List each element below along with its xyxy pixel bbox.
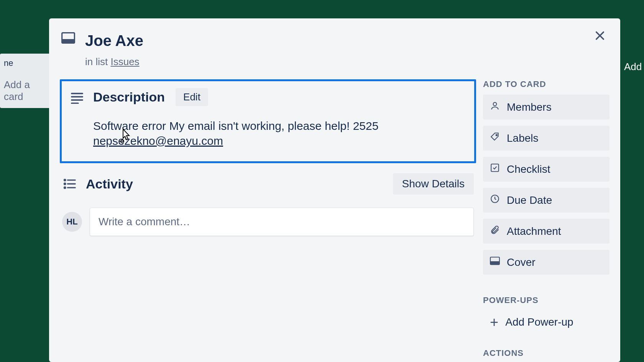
edit-description-button[interactable]: Edit	[176, 88, 208, 106]
due-date-button[interactable]: Due Date	[483, 188, 610, 213]
description-section: Description Edit Software error My email…	[60, 79, 476, 163]
tag-icon	[490, 132, 500, 144]
bg-add-list[interactable]: Add	[621, 54, 644, 80]
cover-label: Cover	[507, 256, 536, 269]
cover-icon	[490, 256, 500, 269]
svg-point-9	[64, 179, 66, 180]
activity-icon	[62, 177, 77, 190]
clock-icon	[490, 194, 500, 206]
checklist-button[interactable]: Checklist	[483, 157, 610, 182]
svg-point-11	[64, 183, 66, 184]
description-heading: Description	[93, 90, 165, 105]
labels-label: Labels	[507, 132, 539, 144]
attachment-button[interactable]: Attachment	[483, 219, 610, 244]
members-button[interactable]: Members	[483, 95, 610, 120]
members-label: Members	[507, 101, 552, 113]
powerups-heading: POWER-UPS	[483, 295, 610, 305]
plus-icon: +	[490, 318, 498, 327]
activity-section: Activity Show Details HL Write a comment…	[60, 173, 476, 236]
labels-button[interactable]: Labels	[483, 126, 610, 151]
card-icon	[61, 32, 75, 45]
description-text[interactable]: Software error My email isn't working, p…	[93, 118, 467, 148]
actions-heading: ACTIONS	[483, 348, 610, 358]
due-date-label: Due Date	[507, 194, 552, 206]
attachment-label: Attachment	[507, 225, 561, 238]
svg-point-13	[64, 187, 66, 188]
svg-point-14	[493, 102, 497, 106]
svg-point-15	[496, 134, 497, 136]
svg-rect-19	[490, 261, 499, 265]
checklist-icon	[490, 163, 500, 175]
bg-add-card[interactable]: Add a card	[4, 79, 48, 103]
bg-list-title: ne	[4, 58, 48, 68]
comment-input[interactable]: Write a comment…	[90, 208, 474, 236]
activity-heading: Activity	[86, 177, 133, 192]
close-icon	[594, 29, 606, 43]
sidebar: ADD TO CARD Members Labels Checklist Due…	[483, 79, 610, 362]
svg-rect-16	[491, 164, 499, 172]
user-icon	[490, 101, 500, 113]
card-title[interactable]: Joe Axe	[85, 32, 143, 49]
close-button[interactable]	[590, 26, 610, 47]
list-link[interactable]: Issues	[110, 56, 139, 67]
add-powerup-label: Add Power-up	[505, 316, 573, 328]
show-details-button[interactable]: Show Details	[393, 173, 474, 195]
svg-rect-3	[62, 39, 75, 43]
background-list: ne Add a card	[0, 54, 52, 108]
add-powerup-button[interactable]: + Add Power-up	[483, 311, 610, 334]
card-dialog: Joe Axe in list Issues Description Edit …	[49, 18, 620, 362]
add-to-card-heading: ADD TO CARD	[483, 79, 610, 89]
avatar[interactable]: HL	[62, 212, 82, 232]
checklist-label: Checklist	[507, 163, 550, 175]
list-location: in list Issues	[85, 56, 610, 68]
cover-button[interactable]: Cover	[483, 250, 610, 275]
description-email-link[interactable]: nepsezekno@enayu.com	[93, 134, 223, 147]
paperclip-icon	[490, 225, 500, 238]
description-icon	[69, 91, 85, 104]
